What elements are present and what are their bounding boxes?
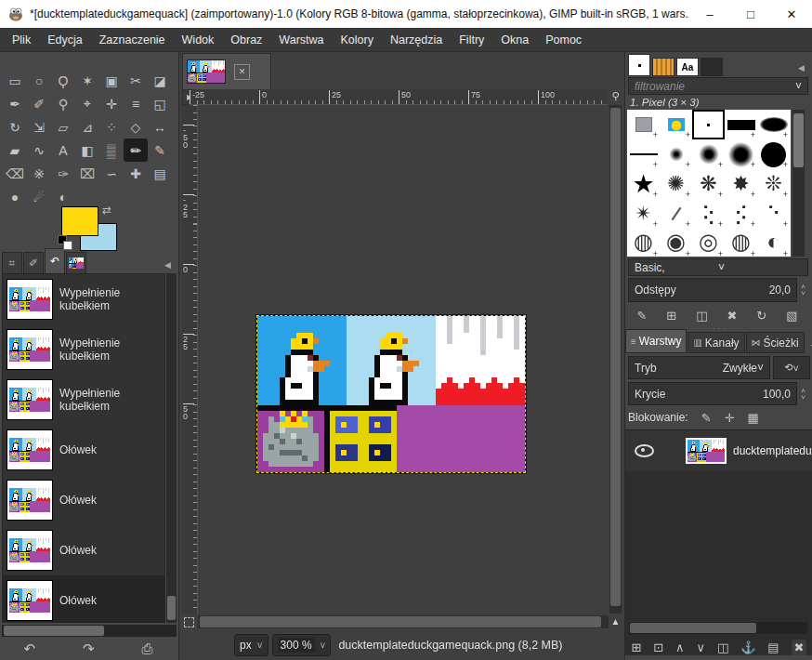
lower-layer-button[interactable]: ∨ — [697, 640, 706, 654]
image-canvas[interactable] — [257, 316, 525, 472]
menu-obraz[interactable]: Obraz — [222, 30, 270, 50]
tool-move-icon[interactable]: ✛ — [99, 92, 124, 115]
brush-filter-input[interactable]: filtrowanie ˅ — [628, 77, 808, 95]
duplicate-layer-button[interactable]: ◫ — [717, 640, 728, 654]
tool-scale-icon[interactable]: ⇲ — [27, 115, 51, 139]
brush-line-brush[interactable]: + — [627, 139, 660, 169]
zoom-value[interactable]: 300 % — [278, 638, 315, 653]
history-vscrollbar[interactable] — [166, 273, 177, 623]
brush-fuzzy-medium-brush[interactable]: + — [692, 139, 725, 169]
new-layer-group-button[interactable]: ⊡ — [653, 640, 663, 654]
zoom-combo[interactable]: 300 % ˅ — [272, 634, 332, 656]
redo-button[interactable]: ↷ — [83, 640, 95, 657]
menu-warstwa[interactable]: Warstwa — [270, 30, 332, 50]
brush-pixel-brush[interactable] — [692, 110, 725, 139]
menu-widok[interactable]: Widok — [174, 30, 223, 50]
horizontal-ruler[interactable]: -250255075100 — [190, 89, 608, 105]
tab-device-status[interactable]: ✐ — [23, 252, 44, 273]
tab-brushes[interactable] — [628, 54, 650, 76]
menu-okna[interactable]: Okna — [492, 30, 537, 50]
left-dock-collapse-icon[interactable]: ◀ — [159, 257, 177, 273]
close-button[interactable]: ✕ — [771, 0, 812, 28]
tool-perspective-clone-icon[interactable]: ▤ — [148, 162, 172, 185]
tab-document-history[interactable] — [701, 58, 723, 76]
image-tab[interactable]: ✕ — [182, 53, 271, 89]
anchor-layer-button[interactable]: ⚓ — [740, 640, 755, 654]
tool-fuzzy-select-icon[interactable]: ✶ — [75, 69, 99, 92]
delete-layer-button[interactable]: ✖ — [792, 640, 807, 655]
canvas-vscrollbar[interactable] — [609, 105, 622, 614]
brush-clipboard-brush[interactable]: + — [627, 110, 660, 139]
brush-fuzzy-large-brush[interactable]: + — [725, 139, 757, 169]
tool-ink-icon[interactable]: ✑ — [51, 162, 75, 185]
refresh-brushes-button[interactable]: ↻ — [756, 309, 766, 323]
raise-layer-button[interactable]: ∧ — [675, 640, 685, 654]
duplicate-brush-button[interactable]: ◫ — [696, 309, 707, 323]
layer-name[interactable]: ducktemplateduc — [733, 444, 812, 457]
brush-stroke-brush[interactable]: + — [660, 199, 692, 229]
tool-smudge-icon[interactable]: ☄ — [27, 185, 51, 208]
history-item[interactable]: Ołówek — [3, 475, 164, 525]
swap-colors-icon[interactable]: ⇄ — [102, 204, 111, 217]
foreground-color-swatch[interactable] — [61, 206, 98, 236]
tab-patterns[interactable] — [652, 58, 674, 76]
layer-mode-combo[interactable]: Tryb Zwykłe ˅ — [628, 356, 770, 379]
navigation-button[interactable]: ▲ — [609, 615, 622, 628]
tool-warp-transform-icon[interactable]: ∿ — [27, 139, 51, 162]
brush-block-brush[interactable]: + — [725, 110, 757, 139]
menu-filtry[interactable]: Filtry — [451, 30, 492, 50]
tool-blur-sharpen-icon[interactable]: ● — [3, 185, 27, 208]
new-brush-button[interactable]: ⊞ — [666, 309, 676, 323]
tool-unified-transform-icon[interactable]: ⁘ — [99, 115, 124, 139]
history-item[interactable]: Wypełnienie kubełkiem — [3, 274, 164, 324]
tool-rotate-icon[interactable]: ↻ — [3, 115, 27, 139]
tool-clone-icon[interactable]: ⌧ — [75, 162, 99, 185]
mode-switch-button[interactable]: ⟲ ˅ — [773, 356, 810, 379]
close-image-icon[interactable]: ✕ — [234, 64, 250, 80]
tool-zoom-icon[interactable]: ⚲ — [51, 92, 75, 115]
brush-chalk-brush[interactable]: ✺+ — [660, 169, 692, 199]
zoom-follow-window-icon[interactable]: ⚲ — [609, 90, 622, 104]
undo-button[interactable]: ↶ — [23, 640, 35, 657]
menu-edycja[interactable]: Edycja — [39, 30, 91, 50]
brush-sphere-brush[interactable]: ◎+ — [692, 229, 725, 257]
history-item[interactable]: Ołówek — [3, 525, 164, 575]
spacing-value[interactable]: 20,0 — [769, 284, 791, 297]
layers-hscrollbar[interactable] — [629, 622, 807, 634]
unit-combo[interactable]: px˅ — [234, 634, 268, 656]
brush-acrylic-brush[interactable]: ❋+ — [692, 169, 725, 199]
layer-opacity-slider[interactable]: Krycie 100,0 — [628, 382, 797, 405]
tool-select-by-color-icon[interactable]: ▣ — [99, 69, 124, 92]
menu-zaznaczenie[interactable]: Zaznaczenie — [91, 30, 174, 50]
default-colors-icon[interactable] — [58, 235, 72, 250]
brush-grid-scrollbar[interactable] — [792, 110, 805, 257]
canvas-viewport[interactable] — [198, 105, 609, 614]
menu-plik[interactable]: Plik — [4, 30, 39, 50]
tool-text-icon[interactable]: A — [51, 139, 75, 162]
tool-eraser-icon[interactable]: ⌫ — [3, 162, 27, 185]
brush-texture-sphere-brush[interactable]: ◍+ — [725, 229, 757, 257]
clear-history-button[interactable]: ⎙ — [142, 640, 153, 657]
brush-vine-brush[interactable]: ◍+ — [627, 229, 660, 257]
lock-pixels-icon[interactable]: ✎ — [701, 411, 712, 425]
brush-spacing-slider[interactable]: Odstępy 20,0 — [628, 278, 797, 302]
tab-images[interactable] — [66, 252, 86, 273]
tool-pencil-icon[interactable]: ✏ — [124, 139, 148, 162]
tool-ellipse-select-icon[interactable]: ○ — [27, 69, 51, 92]
delete-brush-button[interactable]: ✖ — [727, 309, 737, 323]
brush-sparse-dots-brush[interactable]: ⠑+ — [757, 199, 790, 229]
opacity-value[interactable]: 100,0 — [763, 388, 791, 401]
edit-brush-button[interactable]: ✎ — [636, 309, 647, 323]
tool-bucket-fill-icon[interactable]: ◧ — [75, 139, 99, 162]
brush-group-combo[interactable]: Basic, ˅ — [628, 258, 808, 276]
menu-pomoc[interactable]: Pomoc — [537, 30, 590, 50]
quick-mask-toggle[interactable] — [182, 615, 196, 628]
brush-splatter-brush[interactable]: ✸+ — [725, 169, 757, 199]
history-item[interactable]: Ołówek — [3, 575, 164, 623]
tool-measure-icon[interactable]: ⌖ — [75, 92, 99, 115]
tool-gradient-icon[interactable]: ▒ — [99, 139, 124, 162]
tool-crop-icon[interactable]: ◱ — [148, 92, 172, 115]
tool-free-select-icon[interactable]: Ϙ — [51, 69, 75, 92]
layer-row[interactable]: ducktemplateduc — [625, 430, 812, 471]
menu-kolory[interactable]: Kolory — [333, 30, 382, 50]
